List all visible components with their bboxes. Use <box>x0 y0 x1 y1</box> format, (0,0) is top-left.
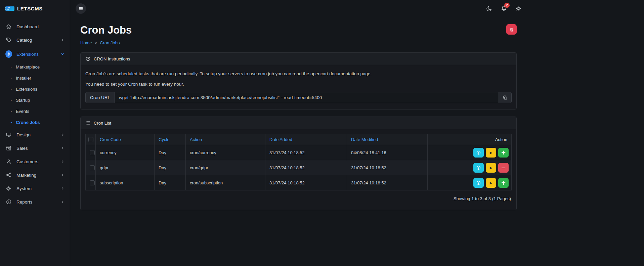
breadcrumb-separator: > <box>95 40 97 45</box>
cron-instructions-panel: CRON Instructions Cron Job"s are schedul… <box>80 52 517 109</box>
topbar: 2 <box>70 0 527 17</box>
sidebar-item-label: Extensions <box>16 52 39 57</box>
list-icon <box>85 120 91 126</box>
sidebar-subitem-label: Crone Jobs <box>16 120 40 125</box>
select-all-checkbox[interactable] <box>88 137 93 142</box>
sidebar-item-design[interactable]: Design <box>0 128 70 141</box>
disable-button[interactable]: − <box>498 163 509 173</box>
info-icon <box>476 150 481 155</box>
run-button[interactable]: ▶ <box>486 163 496 173</box>
instruction-text-2: You need to set your Cron task to run ev… <box>85 82 512 87</box>
sidebar-subitem-label: Startup <box>16 98 30 103</box>
run-button[interactable]: ▶ <box>486 148 496 158</box>
sidebar-item-label: Reports <box>16 200 32 205</box>
sidebar-subitem-startup[interactable]: ‣ Startup <box>0 95 70 106</box>
sidebar-item-label: Marketing <box>16 173 36 178</box>
sidebar-subitem-crone-jobs[interactable]: ‣ Crone Jobs <box>0 117 70 128</box>
copy-button[interactable] <box>499 92 512 103</box>
cron-url-input[interactable] <box>115 92 499 103</box>
tag-icon <box>5 37 12 43</box>
sidebar-item-label: Customers <box>16 159 38 164</box>
question-circle-icon <box>85 56 91 61</box>
page-header: Cron Jobs Home > Cron Jobs <box>80 24 517 45</box>
info-circle-icon <box>5 199 12 205</box>
brand[interactable]: LETS CMS LETSCMS <box>0 0 70 17</box>
chevron-right-icon <box>60 38 65 42</box>
enable-button[interactable]: + <box>498 178 509 188</box>
table-header-row: Cron Code Cycle Action Date Added Date M… <box>86 134 512 145</box>
table-row: gdpr Day cron/gdpr 31/07/24 10:18:52 31/… <box>86 160 512 175</box>
sidebar-item-system[interactable]: System <box>0 182 70 195</box>
cron-instructions-body: Cron Job"s are scheduled tasks that are … <box>81 65 516 109</box>
panel-title: Cron List <box>94 121 111 126</box>
share-icon <box>5 172 12 178</box>
minus-icon: − <box>501 165 506 171</box>
store-icon <box>5 145 12 151</box>
brand-logo: LETS CMS <box>5 6 14 11</box>
sidebar-item-reports[interactable]: Reports <box>0 195 70 209</box>
sidebar-item-catalog[interactable]: Catalog <box>0 33 70 47</box>
cron-instructions-header: CRON Instructions <box>81 53 516 65</box>
sidebar-nav: Dashboard Catalog Extensions <box>0 17 70 211</box>
cron-url-label: Cron URL <box>85 92 115 103</box>
info-icon <box>476 180 481 185</box>
info-button[interactable] <box>473 178 484 188</box>
table-row: subscription Day cron/subscription 31/07… <box>86 175 512 190</box>
sidebar-subitem-label: Events <box>16 109 29 114</box>
home-icon <box>5 24 12 30</box>
chevron-right-icon <box>60 160 65 164</box>
row-checkbox[interactable] <box>90 150 95 155</box>
sort-date-added[interactable]: Date Added <box>269 137 292 142</box>
cron-url-group: Cron URL <box>85 92 512 103</box>
sidebar-subitem-installer[interactable]: ‣ Installer <box>0 73 70 84</box>
sidebar-item-label: Dashboard <box>16 24 39 29</box>
sidebar-subitem-extensions[interactable]: ‣ Extensions <box>0 84 70 95</box>
extensions-icon <box>5 50 12 58</box>
breadcrumb-current-link[interactable]: Cron Jobs <box>100 40 120 45</box>
cell-date-modified: 31/07/24 10:18:52 <box>347 175 428 190</box>
chevron-right-icon <box>60 133 65 137</box>
dark-mode-button[interactable] <box>486 5 492 12</box>
main-area: 2 Cron Jobs Home > Cron Jobs <box>70 0 527 266</box>
enable-button[interactable]: + <box>498 148 509 158</box>
sidebar-item-sales[interactable]: Sales <box>0 141 70 155</box>
chevron-right-icon <box>60 146 65 150</box>
settings-button[interactable] <box>515 5 521 12</box>
sidebar-subitem-marketplace[interactable]: ‣ Marketplace <box>0 61 70 73</box>
cell-cycle: Day <box>155 175 186 190</box>
info-button[interactable] <box>473 163 484 173</box>
sidebar-subitem-events[interactable]: ‣ Events <box>0 106 70 117</box>
pagination-status: Showing 1 to 3 of 3 (1 Pages) <box>85 190 512 205</box>
chevron-right-icon <box>60 186 65 190</box>
row-checkbox[interactable] <box>90 165 95 170</box>
notification-badge: 2 <box>504 3 510 8</box>
run-button[interactable]: ▶ <box>486 178 496 188</box>
menu-toggle-button[interactable] <box>76 3 86 14</box>
chevron-right-icon <box>60 200 65 204</box>
delete-button[interactable] <box>506 24 517 35</box>
sidebar-item-marketing[interactable]: Marketing <box>0 168 70 182</box>
sidebar-item-label: Catalog <box>16 38 32 43</box>
sort-cron-code[interactable]: Cron Code <box>100 137 121 142</box>
sidebar-subitem-label: Marketplace <box>16 64 40 70</box>
row-checkbox[interactable] <box>90 180 95 185</box>
bullet-icon: ‣ <box>10 121 12 124</box>
sidebar-item-dashboard[interactable]: Dashboard <box>0 20 70 33</box>
notifications-button[interactable]: 2 <box>501 5 507 12</box>
app-window: LETS CMS LETSCMS Dashboard Catalog <box>0 0 527 266</box>
gear-icon <box>515 5 521 12</box>
sort-cycle[interactable]: Cycle <box>159 137 170 142</box>
info-icon <box>476 165 481 170</box>
breadcrumb: Home > Cron Jobs <box>80 40 517 45</box>
sort-action[interactable]: Action <box>190 137 202 142</box>
breadcrumb-home-link[interactable]: Home <box>80 40 92 45</box>
sidebar-item-extensions[interactable]: Extensions <box>0 47 70 61</box>
sort-date-modified[interactable]: Date Modified <box>351 137 378 142</box>
cell-cycle: Day <box>155 145 186 160</box>
cell-action: cron/currency <box>186 145 265 160</box>
bullet-icon: ‣ <box>10 99 12 102</box>
sidebar-item-customers[interactable]: Customers <box>0 155 70 168</box>
info-button[interactable] <box>473 148 484 158</box>
play-icon: ▶ <box>490 151 492 154</box>
cell-cron-code: currency <box>96 145 155 160</box>
